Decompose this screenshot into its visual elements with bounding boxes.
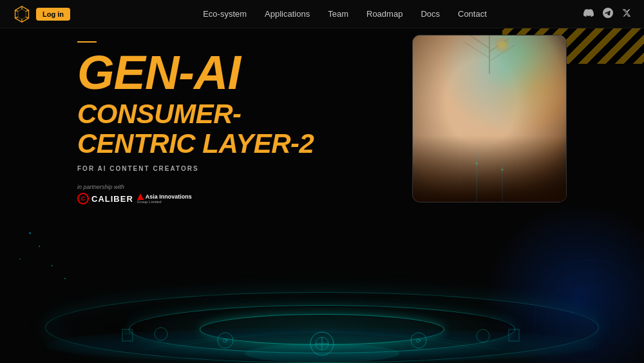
svg-rect-26 <box>122 329 133 341</box>
hero-image-art <box>413 35 566 202</box>
nav-link-team[interactable]: Team <box>328 9 348 19</box>
svg-line-11 <box>464 42 489 58</box>
svg-line-9 <box>470 35 489 48</box>
discord-icon[interactable] <box>583 8 594 20</box>
hero-accent-line <box>77 41 97 43</box>
hero-tagline: FOR AI CONTENT CREATORS <box>77 165 314 172</box>
nav-socials <box>583 8 631 20</box>
svg-point-17 <box>475 162 478 164</box>
svg-point-31 <box>477 329 489 342</box>
triangle-icon <box>137 193 144 200</box>
hero-title-sub: CONSUMER- CENTRIC LAYER-2 <box>77 99 314 159</box>
svg-rect-32 <box>509 329 519 341</box>
nav-link-roadmap[interactable]: Roadmap <box>366 9 402 19</box>
platform-section: ⟳ ⟳ <box>32 247 612 363</box>
caliber-asia: Asia Innovations Group Limited <box>137 193 192 204</box>
svg-point-33 <box>245 344 399 363</box>
asia-text: Asia Innovations <box>146 193 192 200</box>
caliber-text: CALIBER <box>91 194 133 204</box>
svg-point-25 <box>155 328 167 340</box>
nav-link-contact[interactable]: Contact <box>458 9 487 19</box>
svg-rect-27 <box>124 331 127 334</box>
svg-point-18 <box>501 168 504 171</box>
hero-sub-line2: CENTRIC LAYER-2 <box>77 128 314 159</box>
login-button[interactable]: Log in <box>36 8 70 21</box>
twitter-x-icon[interactable] <box>622 8 631 19</box>
particle <box>29 232 31 234</box>
svg-point-14 <box>498 41 506 49</box>
partnership-label: in partnership with <box>77 184 314 190</box>
caliber-badge: C CALIBER Asia Innovations Group Limited <box>77 193 314 204</box>
particle <box>19 259 21 260</box>
nav-link-applications[interactable]: Applications <box>265 9 310 19</box>
hero-content: GEN-AI CONSUMER- CENTRIC LAYER-2 FOR AI … <box>77 41 314 204</box>
svg-rect-28 <box>129 331 131 334</box>
hero-sub-line1: CONSUMER- <box>77 99 242 129</box>
nav-link-docs[interactable]: Docs <box>421 9 440 19</box>
hero-section: GEN-AI CONSUMER- CENTRIC LAYER-2 FOR AI … <box>0 28 644 363</box>
asia-sub-text: Group Limited <box>137 200 192 204</box>
nav-link-ecosystem[interactable]: Eco-system <box>203 9 247 19</box>
hero-image <box>412 35 567 202</box>
nav-links: Eco-system Applications Team Roadmap Doc… <box>106 9 583 19</box>
hero-partnership: in partnership with C CALIBER Asia Innov… <box>77 184 314 204</box>
navbar: Log in Eco-system Applications Team Road… <box>0 0 644 28</box>
hero-title-main: GEN-AI <box>77 49 314 97</box>
caliber-logo: C CALIBER <box>77 193 133 204</box>
caliber-c-icon: C <box>77 193 89 204</box>
logo-icon <box>13 5 31 23</box>
svg-marker-1 <box>18 9 26 19</box>
telegram-icon[interactable] <box>603 8 613 20</box>
nav-logo: Log in <box>13 5 70 23</box>
